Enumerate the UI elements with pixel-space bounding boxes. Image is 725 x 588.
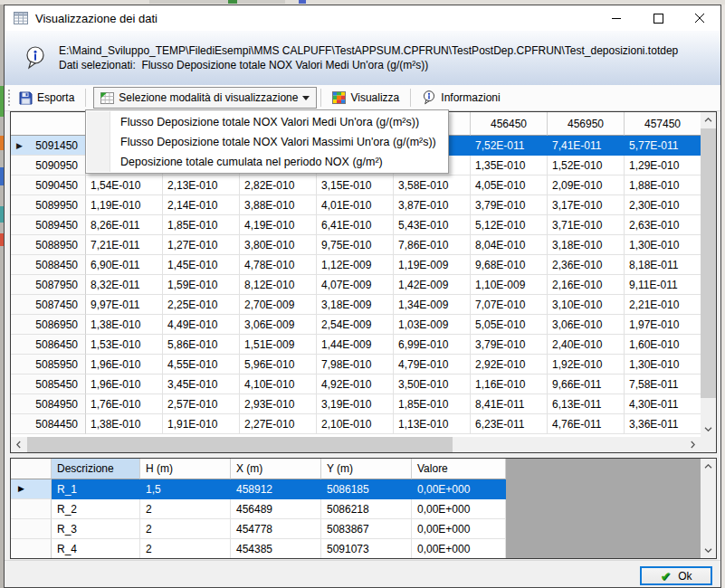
receptor-cell[interactable]: 5086218 xyxy=(321,499,412,519)
grid-row-header[interactable]: 5089450 xyxy=(11,215,86,235)
grid-cell[interactable]: 2,54E-009 xyxy=(317,315,394,335)
grid-cell[interactable]: 5,86E-010 xyxy=(163,335,240,355)
grid-cell[interactable]: 4,19E-010 xyxy=(240,215,317,235)
grid-cell[interactable]: 3,79E-010 xyxy=(471,335,548,355)
receptor-cell[interactable]: 0,00E+000 xyxy=(412,519,506,539)
grid-cell[interactable]: 3,87E-010 xyxy=(394,195,471,215)
grid-cell[interactable]: 1,88E-010 xyxy=(625,175,701,195)
receptor-column-header[interactable]: Y (m) xyxy=(321,459,412,479)
receptor-cell[interactable]: 0,00E+000 xyxy=(412,539,506,558)
grid-row-header[interactable]: 5084450 xyxy=(11,414,86,434)
receptor-column-header[interactable]: Valore xyxy=(412,459,506,479)
close-button[interactable] xyxy=(679,5,720,31)
grid-cell[interactable]: 1,96E-010 xyxy=(86,375,163,394)
grid-cell[interactable]: 2,09E-010 xyxy=(548,175,625,195)
grid-cell[interactable]: 8,04E-010 xyxy=(471,235,548,255)
grid-cell[interactable]: 1,38E-010 xyxy=(86,414,163,434)
grid-row-header[interactable]: 5090450 xyxy=(11,175,86,195)
grid-row-header[interactable]: 5087950 xyxy=(11,275,86,295)
scroll-up-button[interactable] xyxy=(701,459,716,474)
grid-cell[interactable]: 3,17E-010 xyxy=(548,195,625,215)
grid-cell[interactable]: 1,27E-010 xyxy=(163,235,240,255)
grid-cell[interactable]: 1,97E-010 xyxy=(625,315,701,335)
grid-row-header[interactable]: 5084950 xyxy=(11,394,86,414)
grid-row-header[interactable]: 5086450 xyxy=(11,335,86,355)
grid-cell[interactable]: 3,80E-010 xyxy=(240,235,317,255)
grid-cell[interactable]: 8,18E-011 xyxy=(625,255,701,275)
receptor-cell[interactable]: 1,5 xyxy=(140,479,231,499)
grid-row-header[interactable]: 5088450 xyxy=(11,255,86,275)
grid-cell[interactable]: 2,14E-010 xyxy=(163,195,240,215)
grid-cell[interactable]: 4,05E-010 xyxy=(471,175,548,195)
grid-cell[interactable]: 1,51E-009 xyxy=(240,335,317,355)
grid-cell[interactable]: 8,41E-011 xyxy=(471,394,548,414)
receptor-cell[interactable]: 458912 xyxy=(231,479,321,499)
receptor-cell[interactable]: 2 xyxy=(140,539,231,558)
grid-row-header[interactable]: 5089950 xyxy=(11,195,86,215)
grid-cell[interactable]: 6,13E-011 xyxy=(548,394,625,414)
grid-cell[interactable]: 2,10E-010 xyxy=(317,414,394,434)
grid-cell[interactable]: 1,30E-010 xyxy=(625,355,701,375)
dropdown-item[interactable]: Flusso Deposizione totale NOX Valori Med… xyxy=(86,112,448,132)
grid-cell[interactable]: 4,10E-010 xyxy=(240,375,317,394)
grid-cell[interactable]: 1,03E-009 xyxy=(394,315,471,335)
grid-row-header[interactable]: 5085950 xyxy=(11,355,86,375)
grid-cell[interactable]: 2,70E-009 xyxy=(240,295,317,315)
ok-button[interactable]: ✔ Ok xyxy=(640,566,712,585)
grid-cell[interactable]: 3,45E-010 xyxy=(163,375,240,394)
receptor-cell[interactable]: 2 xyxy=(140,519,231,539)
grid-row-header[interactable]: 5086950 xyxy=(11,315,86,335)
grid-cell[interactable]: 5,43E-010 xyxy=(394,215,471,235)
scroll-right-button[interactable] xyxy=(685,437,701,452)
grid-cell[interactable]: 4,55E-010 xyxy=(163,355,240,375)
grid-cell[interactable]: 1,76E-010 xyxy=(86,394,163,414)
grid-cell[interactable]: 7,58E-011 xyxy=(625,375,701,394)
receptor-cell[interactable]: 2 xyxy=(140,499,231,519)
grid-cell[interactable]: 4,49E-010 xyxy=(163,315,240,335)
grid-cell[interactable]: 7,41E-011 xyxy=(548,136,625,156)
grid-cell[interactable]: 7,07E-010 xyxy=(471,295,548,315)
grid-cell[interactable]: 3,10E-010 xyxy=(548,295,625,315)
grid-cell[interactable]: 4,79E-010 xyxy=(394,355,471,375)
receptor-row-marker[interactable] xyxy=(11,539,52,558)
grid-cell[interactable]: 3,58E-010 xyxy=(394,175,471,195)
grid-cell[interactable]: 2,25E-010 xyxy=(163,295,240,315)
grid-cell[interactable]: 9,75E-010 xyxy=(317,235,394,255)
grid-cell[interactable]: 9,97E-011 xyxy=(86,295,163,315)
grid-cell[interactable]: 4,01E-010 xyxy=(317,195,394,215)
receptor-v-scrollbar[interactable] xyxy=(701,459,716,558)
grid-cell[interactable]: 6,90E-011 xyxy=(86,255,163,275)
grid-column-header[interactable]: 456950 xyxy=(548,112,625,136)
grid-cell[interactable]: 9,66E-011 xyxy=(548,375,625,394)
grid-cell[interactable]: 1,85E-010 xyxy=(163,215,240,235)
grid-cell[interactable]: 2,82E-010 xyxy=(240,175,317,195)
grid-cell[interactable]: 1,60E-010 xyxy=(625,335,701,355)
receptor-cell[interactable]: R_1 xyxy=(52,479,140,499)
receptor-cell[interactable]: 454778 xyxy=(231,519,321,539)
scroll-down-button[interactable] xyxy=(701,422,716,437)
v-scrollbar[interactable] xyxy=(701,112,716,437)
receptor-row-marker[interactable]: ▶ xyxy=(11,479,52,499)
receptor-cell[interactable]: 456489 xyxy=(231,499,321,519)
grid-row-header[interactable]: 5091450▶ xyxy=(11,136,86,156)
grid-cell[interactable]: 8,12E-010 xyxy=(240,275,317,295)
grid-cell[interactable]: 1,91E-010 xyxy=(163,414,240,434)
grid-cell[interactable]: 2,40E-010 xyxy=(548,335,625,355)
scroll-down-button[interactable] xyxy=(701,543,716,558)
grid-row-header[interactable]: 5090950 xyxy=(11,156,86,175)
grid-cell[interactable]: 2,92E-010 xyxy=(471,355,548,375)
grid-cell[interactable]: 5,77E-011 xyxy=(625,136,701,156)
grid-cell[interactable]: 3,50E-010 xyxy=(394,375,471,394)
receptor-row-marker[interactable] xyxy=(11,499,52,519)
grid-cell[interactable]: 3,71E-010 xyxy=(548,215,625,235)
grid-cell[interactable]: 2,21E-010 xyxy=(625,295,701,315)
grid-cell[interactable]: 1,96E-010 xyxy=(86,355,163,375)
visualize-button[interactable]: Visualizza xyxy=(325,87,406,109)
grid-row-header[interactable]: 5087450 xyxy=(11,295,86,315)
grid-cell[interactable]: 2,63E-010 xyxy=(625,215,701,235)
export-button[interactable]: Esporta xyxy=(12,87,81,109)
grid-cell[interactable]: 2,30E-010 xyxy=(625,195,701,215)
receptor-cell[interactable]: 0,00E+000 xyxy=(412,499,506,519)
grid-cell[interactable]: 5,96E-010 xyxy=(240,355,317,375)
grid-cell[interactable]: 1,52E-010 xyxy=(548,156,625,175)
